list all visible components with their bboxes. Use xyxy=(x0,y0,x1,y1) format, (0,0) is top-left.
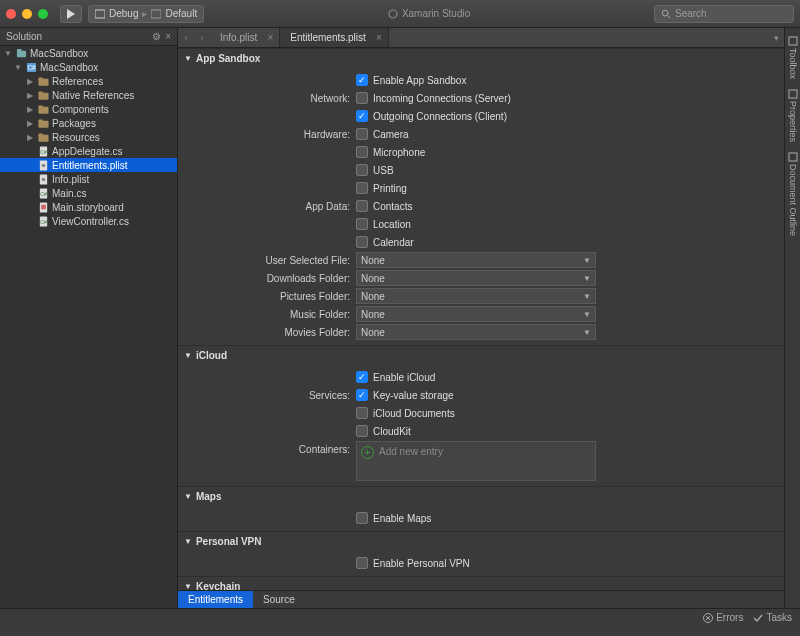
tree-item[interactable]: ▶Resources xyxy=(0,130,177,144)
dropdown[interactable]: None▼ xyxy=(356,306,596,322)
section-header[interactable]: ▼Maps xyxy=(178,487,784,505)
run-button[interactable] xyxy=(60,5,82,23)
row-field: Printing xyxy=(356,182,784,194)
section-body: Enable iCloudServices:Key-value storagei… xyxy=(178,364,784,486)
checkbox[interactable] xyxy=(356,200,368,212)
tab-label: Entitlements.plist xyxy=(290,32,366,43)
section-header[interactable]: ▼Keychain xyxy=(178,577,784,590)
top-toolbar: Debug ▸ Default Xamarin Studio Search xyxy=(0,0,800,28)
search-input[interactable]: Search xyxy=(654,5,794,23)
tree-item[interactable]: Entitlements.plist xyxy=(0,158,177,172)
form-row: Enable App Sandbox xyxy=(178,71,784,89)
svg-text:C#: C# xyxy=(40,148,47,154)
row-label: Containers: xyxy=(178,441,356,455)
rail-label: Properties xyxy=(788,101,798,142)
disclosure-triangle-icon[interactable]: ▶ xyxy=(26,105,34,114)
tree-item[interactable]: C#Main.cs xyxy=(0,186,177,200)
close-window-button[interactable] xyxy=(6,9,16,19)
right-tool-rail: ToolboxPropertiesDocument Outline xyxy=(784,28,800,608)
window-controls xyxy=(6,9,48,19)
solution-tree[interactable]: ▼MacSandbox▼C#MacSandbox▶References▶Nati… xyxy=(0,46,177,608)
section-header[interactable]: ▼iCloud xyxy=(178,346,784,364)
chevron-down-icon: ▼ xyxy=(583,274,591,283)
tree-item[interactable]: ▶Native References xyxy=(0,88,177,102)
checkbox[interactable] xyxy=(356,74,368,86)
tree-item[interactable]: ▶References xyxy=(0,74,177,88)
nav-back-button[interactable]: ‹ xyxy=(178,28,194,47)
document-tabbar: ‹ › Info.plist×Entitlements.plist× ▾ xyxy=(178,28,784,48)
checkbox[interactable] xyxy=(356,425,368,437)
nav-forward-button[interactable]: › xyxy=(194,28,210,47)
dropdown[interactable]: None▼ xyxy=(356,270,596,286)
tree-item[interactable]: ▼MacSandbox xyxy=(0,46,177,60)
checkbox[interactable] xyxy=(356,164,368,176)
checkbox[interactable] xyxy=(356,557,368,569)
project-icon: C# xyxy=(25,61,37,73)
sidebar-options[interactable]: ⚙ × xyxy=(152,31,171,42)
disclosure-triangle-icon[interactable]: ▼ xyxy=(4,49,12,58)
container-list[interactable]: +Add new entry xyxy=(356,441,596,481)
checkbox[interactable] xyxy=(356,389,368,401)
add-entry-button[interactable]: + xyxy=(361,446,374,459)
checkbox[interactable] xyxy=(356,128,368,140)
checkbox[interactable] xyxy=(356,182,368,194)
disclosure-triangle-icon: ▼ xyxy=(184,54,192,63)
checkbox[interactable] xyxy=(356,371,368,383)
checkbox[interactable] xyxy=(356,110,368,122)
svg-rect-6 xyxy=(16,50,25,56)
sidebar-gear-icon[interactable]: ⚙ xyxy=(152,31,161,42)
dropdown[interactable]: None▼ xyxy=(356,288,596,304)
disclosure-triangle-icon[interactable]: ▶ xyxy=(26,91,34,100)
row-field: Location xyxy=(356,218,784,230)
sidebar-header: Solution ⚙ × xyxy=(0,28,177,46)
disclosure-triangle-icon: ▼ xyxy=(184,537,192,546)
tree-item[interactable]: ▶Packages xyxy=(0,116,177,130)
dropdown[interactable]: None▼ xyxy=(356,324,596,340)
editor-mode-tab[interactable]: Entitlements xyxy=(178,591,253,608)
configuration-selector[interactable]: Debug ▸ Default xyxy=(88,5,204,23)
checkbox[interactable] xyxy=(356,218,368,230)
sidebar-close-icon[interactable]: × xyxy=(165,31,171,42)
dropdown-value: None xyxy=(361,273,385,284)
checkbox[interactable] xyxy=(356,92,368,104)
row-field: Key-value storage xyxy=(356,389,784,401)
dropdown[interactable]: None▼ xyxy=(356,252,596,268)
disclosure-triangle-icon[interactable]: ▶ xyxy=(26,119,34,128)
tabbar-overflow-button[interactable]: ▾ xyxy=(768,28,784,47)
svg-rect-2 xyxy=(151,10,161,18)
document-tab[interactable]: Info.plist× xyxy=(210,28,280,47)
disclosure-triangle-icon[interactable]: ▶ xyxy=(26,133,34,142)
tab-close-icon[interactable]: × xyxy=(267,32,273,43)
checkbox[interactable] xyxy=(356,512,368,524)
status-errors[interactable]: Errors xyxy=(703,612,743,623)
check-icon xyxy=(753,613,763,623)
tree-item[interactable]: C#AppDelegate.cs xyxy=(0,144,177,158)
tree-item[interactable]: ▶Components xyxy=(0,102,177,116)
form-row: Outgoing Connections (Client) xyxy=(178,107,784,125)
tree-item[interactable]: C#ViewController.cs xyxy=(0,214,177,228)
rail-pad[interactable]: Toolbox xyxy=(787,32,799,83)
entitlements-editor[interactable]: ▼App SandboxEnable App SandboxNetwork:In… xyxy=(178,48,784,590)
editor-mode-tab[interactable]: Source xyxy=(253,591,305,608)
disclosure-triangle-icon[interactable]: ▼ xyxy=(14,63,22,72)
section-header[interactable]: ▼Personal VPN xyxy=(178,532,784,550)
checkbox[interactable] xyxy=(356,236,368,248)
tree-item[interactable]: Main.storyboard xyxy=(0,200,177,214)
rail-pad[interactable]: Document Outline xyxy=(787,148,799,240)
row-field: None▼ xyxy=(356,270,784,286)
folder-icon xyxy=(37,117,49,129)
checkbox[interactable] xyxy=(356,146,368,158)
zoom-window-button[interactable] xyxy=(38,9,48,19)
checkbox[interactable] xyxy=(356,407,368,419)
rail-pad[interactable]: Properties xyxy=(787,85,799,146)
tree-item[interactable]: ▼C#MacSandbox xyxy=(0,60,177,74)
tab-close-icon[interactable]: × xyxy=(376,32,382,43)
minimize-window-button[interactable] xyxy=(22,9,32,19)
tree-item[interactable]: Info.plist xyxy=(0,172,177,186)
section-header[interactable]: ▼App Sandbox xyxy=(178,49,784,67)
app-title: Xamarin Studio xyxy=(210,8,648,19)
document-tab[interactable]: Entitlements.plist× xyxy=(280,28,389,47)
disclosure-triangle-icon[interactable]: ▶ xyxy=(26,77,34,86)
form-row: Network:Incoming Connections (Server) xyxy=(178,89,784,107)
status-tasks[interactable]: Tasks xyxy=(753,612,792,623)
